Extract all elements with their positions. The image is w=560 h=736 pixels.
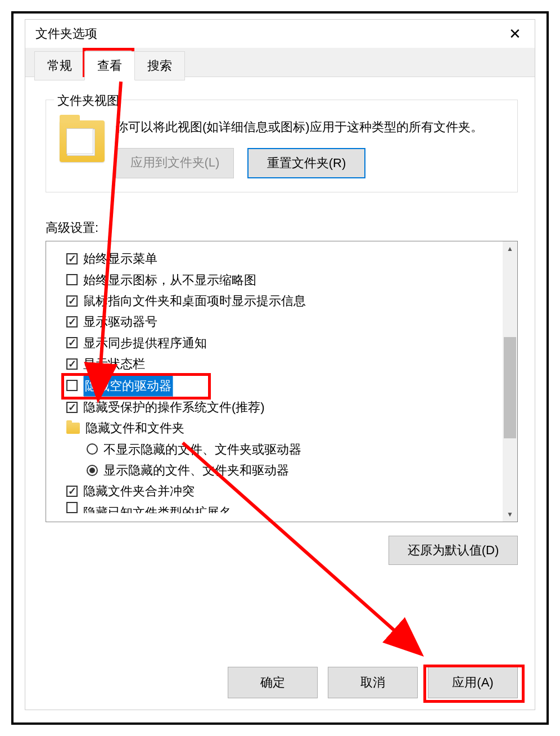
list-item[interactable]: 隐藏受保护的操作系统文件(推荐) — [66, 397, 513, 418]
folder-view-description: 你可以将此视图(如详细信息或图标)应用于这种类型的所有文件夹。 — [116, 117, 504, 137]
tab-view[interactable]: 查看 — [84, 51, 135, 80]
list-item[interactable]: 不显示隐藏的文件、文件夹或驱动器 — [66, 439, 513, 460]
list-item-label: 不显示隐藏的文件、文件夹或驱动器 — [103, 439, 301, 460]
list-item[interactable]: 隐藏文件夹合并冲突 — [66, 481, 513, 501]
apply-to-folders-button: 应用到文件夹(L) — [116, 148, 234, 178]
checkbox-icon[interactable] — [66, 402, 78, 413]
cancel-button[interactable]: 取消 — [328, 667, 418, 698]
tab-search[interactable]: 搜索 — [134, 51, 185, 80]
checkbox-icon[interactable] — [66, 380, 78, 391]
list-item-label: 始终显示菜单 — [83, 248, 157, 269]
checkbox-icon[interactable] — [66, 253, 78, 264]
advanced-settings-label: 高级设置: — [46, 219, 518, 236]
restore-defaults-button[interactable]: 还原为默认值(D) — [389, 536, 518, 565]
list-item-label: 显示同步提供程序通知 — [83, 333, 207, 353]
group-title: 文件夹视图 — [54, 92, 123, 109]
folder-mini-icon — [66, 423, 80, 434]
list-item[interactable]: 隐藏空的驱动器 — [66, 375, 513, 397]
radio-icon[interactable] — [87, 443, 98, 455]
list-item-label: 始终显示图标，从不显示缩略图 — [83, 270, 256, 290]
list-item-label: 隐藏受保护的操作系统文件(推荐) — [83, 397, 265, 418]
scroll-down-icon[interactable]: ▼ — [503, 507, 517, 522]
list-item[interactable]: 显示状态栏 — [66, 353, 513, 374]
dialog-content: 文件夹视图 你可以将此视图(如详细信息或图标)应用于这种类型的所有文件夹。 应用… — [25, 77, 535, 576]
list-item[interactable]: 隐藏已知文件类型的扩展名 — [66, 502, 513, 513]
scroll-up-icon[interactable]: ▲ — [503, 241, 517, 256]
list-item[interactable]: 隐藏文件和文件夹 — [66, 418, 513, 438]
apply-button[interactable]: 应用(A) — [428, 667, 518, 698]
list-item-label: 隐藏文件夹合并冲突 — [83, 481, 195, 501]
scroll-thumb[interactable] — [504, 337, 516, 438]
checkbox-icon[interactable] — [66, 486, 78, 497]
dialog-buttons: 确定 取消 应用(A) — [228, 667, 518, 698]
close-icon[interactable]: ✕ — [503, 23, 527, 45]
list-item-label: 显示状态栏 — [83, 353, 145, 374]
list-item-label: 隐藏文件和文件夹 — [85, 418, 184, 438]
folder-view-group: 文件夹视图 你可以将此视图(如详细信息或图标)应用于这种类型的所有文件夹。 应用… — [46, 100, 518, 192]
advanced-settings-list: 始终显示菜单始终显示图标，从不显示缩略图鼠标指向文件夹和桌面项时显示提示信息显示… — [46, 241, 518, 522]
titlebar: 文件夹选项 ✕ — [25, 20, 535, 48]
list-item-label: 显示驱动器号 — [83, 311, 157, 332]
scrollbar[interactable]: ▲ ▼ — [503, 241, 517, 522]
dialog-title: 文件夹选项 — [35, 25, 97, 42]
checkbox-icon[interactable] — [66, 295, 78, 307]
folder-options-dialog: 文件夹选项 ✕ 常规 查看 搜索 文件夹视图 你可以将此视图(如详细信息或图标)… — [25, 19, 535, 710]
radio-icon[interactable] — [87, 465, 98, 476]
list-item[interactable]: 显示驱动器号 — [66, 311, 513, 332]
reset-folders-button[interactable]: 重置文件夹(R) — [247, 148, 365, 178]
checkbox-icon[interactable] — [66, 337, 78, 348]
folder-icon — [60, 120, 105, 162]
list-item-label: 显示隐藏的文件、文件夹和驱动器 — [103, 460, 289, 481]
tabs-area: 常规 查看 搜索 — [25, 48, 535, 77]
list-item-label: 隐藏已知文件类型的扩展名 — [83, 502, 232, 513]
list-item[interactable]: 始终显示图标，从不显示缩略图 — [66, 270, 513, 290]
tab-general[interactable]: 常规 — [34, 51, 85, 80]
checkbox-icon[interactable] — [66, 358, 78, 370]
list-item-label: 鼠标指向文件夹和桌面项时显示提示信息 — [83, 290, 306, 311]
checkbox-icon[interactable] — [66, 502, 78, 513]
list-item[interactable]: 始终显示菜单 — [66, 248, 513, 269]
list-item[interactable]: 鼠标指向文件夹和桌面项时显示提示信息 — [66, 290, 513, 311]
checkbox-icon[interactable] — [66, 274, 78, 285]
list-item[interactable]: 显示同步提供程序通知 — [66, 333, 513, 353]
checkbox-icon[interactable] — [66, 316, 78, 327]
list-item-label: 隐藏空的驱动器 — [83, 375, 173, 397]
list-item[interactable]: 显示隐藏的文件、文件夹和驱动器 — [66, 460, 513, 481]
ok-button[interactable]: 确定 — [228, 667, 318, 698]
